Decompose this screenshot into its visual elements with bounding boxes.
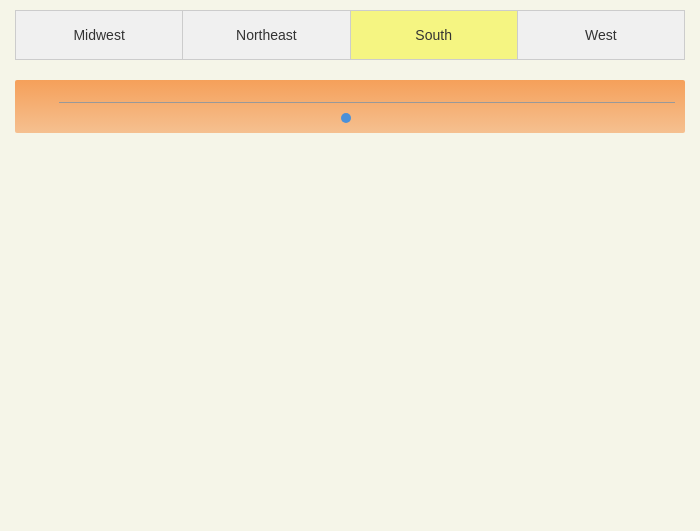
tab-northeast[interactable]: Northeast xyxy=(183,11,350,59)
tab-west[interactable]: West xyxy=(518,11,684,59)
chart-container xyxy=(15,80,685,133)
tab-midwest[interactable]: Midwest xyxy=(16,11,183,59)
legend-dot xyxy=(341,113,351,123)
tab-south[interactable]: South xyxy=(351,11,518,59)
chart-inner xyxy=(23,98,675,103)
x-axis xyxy=(59,102,675,103)
chart-legend xyxy=(20,111,675,123)
region-tabs: MidwestNortheastSouthWest xyxy=(15,10,685,60)
